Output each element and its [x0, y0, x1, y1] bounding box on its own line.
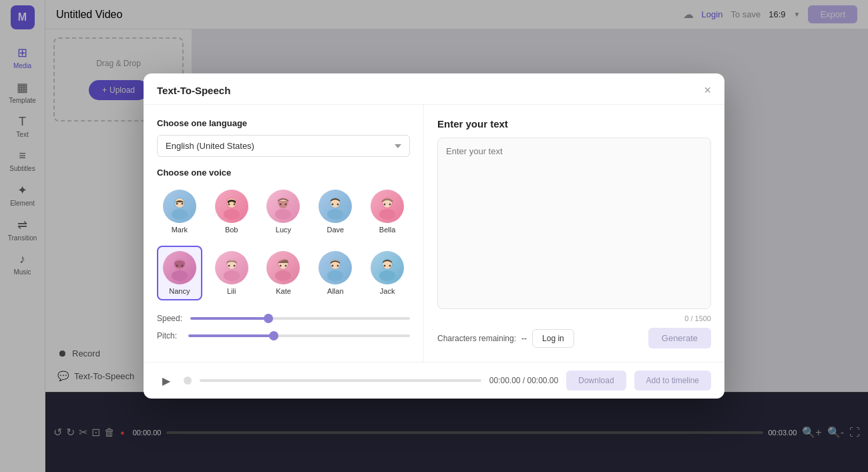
voice-item-bob[interactable]: Bob — [209, 184, 254, 239]
voice-avatar-lili — [215, 251, 248, 284]
char-count: 0 / 1500 — [437, 314, 711, 322]
voice-name-mark: Mark — [172, 226, 188, 234]
speed-label: Speed: — [157, 314, 182, 323]
modal-left-section: Choose one language English (United Stat… — [144, 105, 424, 362]
tts-modal: Text-To-Speech × Choose one language Eng… — [144, 73, 724, 399]
voice-name-lucy: Lucy — [276, 226, 291, 234]
modal-right-section: Enter your text 0 / 1500 Characters rema… — [424, 105, 724, 362]
svg-point-26 — [172, 270, 188, 281]
voice-item-jack[interactable]: Jack — [365, 246, 410, 300]
svg-point-1 — [172, 209, 188, 220]
speed-slider[interactable] — [190, 317, 410, 320]
voice-name-bob: Bob — [225, 226, 238, 234]
voice-section-label: Choose one voice — [157, 168, 410, 178]
pitch-slider[interactable] — [188, 334, 410, 337]
add-to-timeline-button[interactable]: Add to timeline — [634, 371, 711, 391]
svg-point-44 — [337, 265, 339, 267]
generate-button[interactable]: Generate — [648, 328, 711, 348]
svg-point-21 — [379, 209, 395, 220]
voice-avatar-bella — [371, 190, 404, 223]
voice-avatar-bob — [215, 190, 248, 223]
svg-point-46 — [379, 270, 395, 281]
voice-avatar-kate — [266, 251, 300, 284]
svg-point-33 — [228, 265, 230, 267]
language-select[interactable]: English (United States) English (UK) Spa… — [157, 135, 410, 157]
speed-row: Speed: — [157, 314, 410, 323]
voice-avatar-nancy — [163, 251, 196, 284]
svg-point-24 — [389, 204, 391, 206]
voice-name-jack: Jack — [380, 287, 395, 295]
audio-time-display: 00:00.00 / 00:00.00 — [489, 376, 558, 385]
voice-grid: Mark Bob — [157, 184, 410, 300]
modal-backdrop: Text-To-Speech × Choose one language Eng… — [0, 0, 868, 472]
text-section-label: Enter your text — [437, 118, 711, 130]
voice-item-lucy[interactable]: Lucy — [261, 184, 306, 239]
voice-item-allan[interactable]: Allan — [312, 246, 358, 300]
svg-point-39 — [285, 265, 287, 267]
login-button[interactable]: Log in — [532, 329, 574, 348]
voice-name-allan: Allan — [327, 287, 343, 295]
voice-name-kate: Kate — [276, 287, 291, 295]
svg-point-49 — [389, 265, 391, 267]
audio-thumb — [184, 377, 192, 385]
voice-item-nancy[interactable]: Nancy — [157, 246, 202, 300]
language-section-label: Choose one language — [157, 118, 410, 128]
download-button[interactable]: Download — [566, 371, 626, 391]
voice-item-dave[interactable]: Dave — [312, 184, 358, 239]
audio-play-button[interactable]: ▶ — [157, 371, 176, 390]
modal-title: Text-To-Speech — [157, 85, 230, 96]
pitch-row: Pitch: — [157, 331, 410, 340]
svg-point-43 — [332, 265, 334, 267]
svg-point-11 — [275, 209, 291, 220]
svg-point-41 — [327, 270, 343, 281]
svg-point-19 — [337, 204, 339, 206]
audio-progress-bar[interactable] — [200, 379, 481, 382]
modal-bottom-bar: ▶ 00:00.00 / 00:00.00 Download Add to ti… — [144, 362, 724, 399]
voice-item-kate[interactable]: Kate — [261, 246, 306, 300]
chars-remaining-label: Characters remaining: — [437, 334, 516, 343]
svg-point-13 — [280, 204, 282, 206]
svg-point-16 — [327, 209, 343, 220]
svg-point-23 — [384, 204, 386, 206]
modal-body: Choose one language English (United Stat… — [144, 105, 724, 362]
pitch-label: Pitch: — [157, 331, 180, 340]
svg-point-29 — [181, 265, 183, 267]
modal-footer-right: Characters remaining: -- Log in Generate — [437, 328, 711, 348]
svg-point-8 — [228, 204, 230, 206]
voice-avatar-mark — [163, 190, 196, 223]
voice-avatar-dave — [318, 190, 352, 223]
voice-item-lili[interactable]: Lili — [209, 246, 254, 300]
svg-point-3 — [176, 203, 178, 205]
svg-point-38 — [280, 265, 282, 267]
modal-close-button[interactable]: × — [704, 84, 711, 96]
svg-point-6 — [224, 209, 240, 220]
voice-name-dave: Dave — [327, 226, 344, 234]
chars-remaining: Characters remaining: -- Log in — [437, 329, 574, 348]
voice-name-lili: Lili — [227, 287, 236, 295]
voice-avatar-jack — [371, 251, 404, 284]
svg-point-14 — [285, 204, 287, 206]
svg-point-18 — [332, 204, 334, 206]
voice-name-nancy: Nancy — [169, 287, 190, 295]
svg-point-31 — [224, 270, 240, 281]
svg-point-4 — [181, 203, 183, 205]
voice-item-mark[interactable]: Mark — [157, 184, 202, 239]
svg-point-34 — [233, 265, 235, 267]
svg-point-36 — [275, 270, 291, 281]
chars-remaining-value: -- — [521, 334, 527, 343]
voice-avatar-allan — [318, 251, 352, 284]
text-input[interactable] — [437, 138, 711, 309]
svg-point-9 — [233, 204, 235, 206]
svg-point-48 — [384, 265, 386, 267]
app-container: Untitled Video M ⊞ Media ▦ Template T Te… — [0, 0, 868, 472]
voice-avatar-lucy — [266, 190, 300, 223]
svg-point-28 — [176, 265, 178, 267]
modal-header: Text-To-Speech × — [144, 73, 724, 105]
voice-item-bella[interactable]: Bella — [365, 184, 410, 239]
voice-name-bella: Bella — [379, 226, 395, 234]
